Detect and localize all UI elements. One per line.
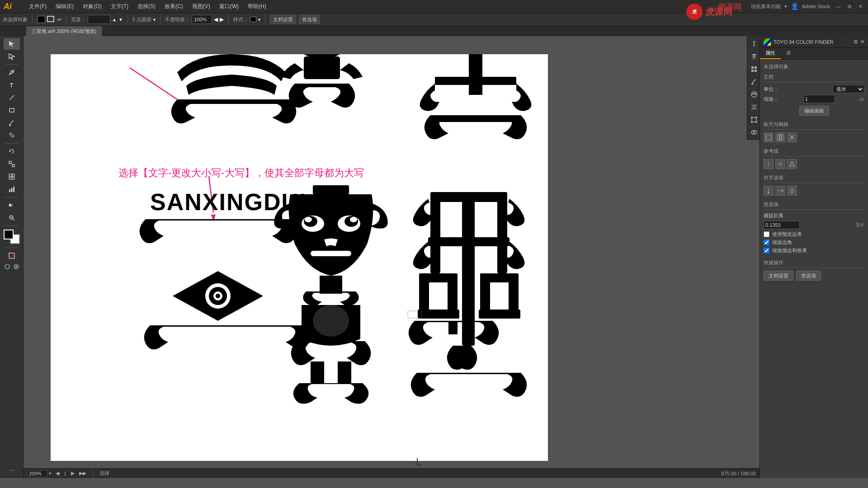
- guides-title: 参考线: [764, 148, 864, 156]
- tab-properties[interactable]: 属性: [760, 48, 781, 59]
- type-tool[interactable]: T: [4, 79, 20, 91]
- opacity-input[interactable]: [192, 15, 212, 24]
- menu-effects[interactable]: 效果(C): [161, 2, 187, 11]
- width-stepper-down[interactable]: ▼: [118, 17, 123, 22]
- user-icon[interactable]: 👤: [791, 3, 798, 10]
- quick-doc-settings-btn[interactable]: 文档设置: [764, 271, 793, 281]
- menu-view[interactable]: 视图(V): [189, 2, 214, 11]
- pencil-tool[interactable]: [4, 130, 20, 141]
- opacity-next[interactable]: ▶: [220, 16, 224, 23]
- quick-preferences-btn[interactable]: 首选项: [796, 271, 821, 281]
- pen-tool[interactable]: [4, 66, 20, 78]
- tab-library[interactable]: 库: [781, 48, 797, 59]
- status-bar: ▾ ◀ 1 ▶ ▶▶ 选择 875.00 / 598.00: [24, 468, 760, 478]
- direct-selection-tool[interactable]: [4, 51, 20, 62]
- more-tools-btn[interactable]: ···: [4, 465, 20, 476]
- scale-input[interactable]: [803, 95, 835, 103]
- stroke-color[interactable]: [47, 16, 55, 23]
- guides-icons-row: [764, 159, 864, 169]
- rect-tool[interactable]: [4, 104, 20, 116]
- window-minimize-btn[interactable]: —: [834, 4, 842, 9]
- svg-rect-54: [428, 237, 509, 246]
- window-restore-btn[interactable]: ⧉: [846, 4, 853, 9]
- drawing-mode-btn[interactable]: [12, 263, 20, 271]
- style-color[interactable]: [250, 17, 256, 22]
- ruler-icon-1[interactable]: [764, 132, 774, 142]
- menu-select[interactable]: 选择(S): [134, 2, 159, 11]
- fill-color[interactable]: [37, 16, 45, 23]
- properties-icon[interactable]: [748, 38, 760, 50]
- guide-icon-3[interactable]: [787, 159, 797, 169]
- gradient-tool[interactable]: [4, 199, 20, 211]
- transform-icon[interactable]: [748, 114, 760, 126]
- zoom-tool[interactable]: [4, 212, 20, 224]
- graph-tool[interactable]: [4, 183, 20, 195]
- svg-rect-2: [9, 108, 14, 112]
- canvas-area: 选择【文字-更改大小写-大写】，使其全部字母都为大写 SANXINGDUI: [24, 36, 760, 478]
- align-icon[interactable]: [748, 101, 760, 113]
- svg-rect-11: [9, 177, 12, 179]
- unit-select[interactable]: 毫米 像素 厘米: [833, 85, 864, 93]
- page-prev-btn[interactable]: ◀: [56, 470, 59, 476]
- selection-tool[interactable]: [4, 38, 20, 50]
- menu-help[interactable]: 帮助(H): [244, 2, 270, 11]
- fill-none-btn[interactable]: [4, 250, 20, 262]
- preview-bounds-checkbox[interactable]: [764, 231, 769, 237]
- ruler-icons-row: [764, 132, 864, 142]
- layers-icon[interactable]: [748, 51, 760, 62]
- preferences-btn[interactable]: 首选项: [299, 15, 320, 24]
- swap-colors-icon[interactable]: ⇌: [57, 16, 61, 23]
- char-top-center: [281, 54, 363, 108]
- svg-rect-6: [9, 161, 11, 164]
- scale-tool[interactable]: [4, 158, 20, 170]
- paintbrush-tool[interactable]: [4, 117, 20, 129]
- svg-point-76: [755, 117, 757, 118]
- doc-tab[interactable]: 三星堆.ai® 200% (RGB/预览): [26, 26, 102, 36]
- zoom-dropdown[interactable]: ▾: [49, 471, 51, 476]
- panel-collapse-btn[interactable]: ⧉: [854, 39, 858, 45]
- snap-icon-1[interactable]: [764, 186, 774, 196]
- svg-rect-64: [754, 43, 755, 47]
- ruler-icon-2[interactable]: [775, 132, 785, 142]
- page-next-btn[interactable]: ▶: [71, 470, 75, 476]
- scale-corners-checkbox[interactable]: [764, 239, 769, 245]
- menu-file[interactable]: 文件(F): [25, 2, 50, 11]
- svg-rect-14: [11, 188, 12, 192]
- brushes-icon[interactable]: [748, 76, 760, 88]
- opacity-prev[interactable]: ◀: [214, 16, 218, 23]
- ruler-icon-3[interactable]: [787, 132, 797, 142]
- style-dropdown[interactable]: ▾: [258, 17, 260, 22]
- normal-mode-btn[interactable]: [3, 263, 11, 271]
- pathfinder-icon[interactable]: [748, 127, 760, 138]
- guide-icon-2[interactable]: [775, 159, 785, 169]
- doc-settings-btn[interactable]: 文档设置: [270, 15, 296, 24]
- scale-stroke-checkbox[interactable]: [764, 248, 769, 253]
- zoom-input[interactable]: [27, 470, 47, 477]
- grid-tool[interactable]: [4, 171, 20, 183]
- snap-distance-input[interactable]: [764, 221, 800, 229]
- window-close-btn[interactable]: ✕: [857, 4, 864, 9]
- forward-btn[interactable]: ▶▶: [79, 470, 86, 476]
- menu-edit[interactable]: 编辑(E): [52, 2, 77, 11]
- edit-artboard-btn[interactable]: 编辑画板: [799, 106, 829, 116]
- guide-icon-1[interactable]: [764, 159, 774, 169]
- adobe-stock-link[interactable]: Adobe Stock: [802, 4, 830, 9]
- foreground-color[interactable]: [4, 230, 14, 239]
- menu-text[interactable]: 文字(T): [107, 2, 132, 11]
- scale-unit: px: [859, 97, 864, 102]
- line-tool[interactable]: [4, 92, 20, 103]
- workspace-dropdown-icon[interactable]: ▾: [784, 4, 787, 9]
- snap-icon-3[interactable]: [787, 186, 797, 196]
- color-selector[interactable]: [4, 230, 20, 244]
- menu-window[interactable]: 窗口(W): [216, 2, 242, 11]
- color-icon[interactable]: [748, 89, 760, 100]
- point-shape-dropdown[interactable]: ▾: [153, 17, 156, 22]
- width-input[interactable]: [88, 15, 110, 24]
- symbols-icon[interactable]: [748, 63, 760, 75]
- menu-object[interactable]: 对象(O): [79, 2, 105, 11]
- rotate-tool[interactable]: [4, 145, 20, 157]
- scale-corners-label: 缩放边角: [772, 239, 792, 246]
- width-stepper-up[interactable]: ▲: [112, 17, 117, 22]
- panel-close-btn[interactable]: ✕: [860, 39, 864, 45]
- snap-icon-2[interactable]: [775, 186, 785, 196]
